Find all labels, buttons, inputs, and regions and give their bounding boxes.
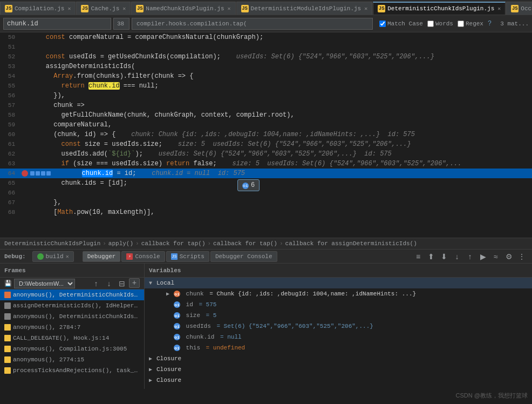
- breadcrumb-part-2: callback for tap(): [141, 240, 206, 247]
- tab-debugger-console[interactable]: Debugger Console: [210, 251, 277, 262]
- tab-close-namedchunk[interactable]: ✕: [228, 5, 231, 12]
- tab-label-occurrence: OccurrenceChu...: [521, 5, 532, 12]
- step-down-btn[interactable]: ⬇: [438, 251, 450, 262]
- code-content-61: const size = usedIds.size; size: 5 usedI…: [30, 140, 530, 148]
- breadcrumb-file: DeterministicChunkIdsPlugin: [4, 240, 100, 247]
- list-view-btn[interactable]: ≡: [412, 251, 424, 262]
- regex-option[interactable]: Regex: [458, 21, 483, 27]
- resume-btn[interactable]: ▶: [477, 251, 489, 262]
- debug-session-close[interactable]: ✕: [66, 253, 69, 260]
- frame-text-5: anonymous(), Compilation.js:3005: [13, 346, 127, 352]
- var-section-3[interactable]: oi size = 5: [145, 310, 532, 321]
- drive-select[interactable]: D:\WebstormW...: [14, 279, 75, 288]
- var-key-6: this: [182, 345, 204, 351]
- tab-close-deterministic[interactable]: ✕: [364, 5, 367, 12]
- var-section-9[interactable]: ▶ Closure: [145, 375, 532, 386]
- tab-close-cache[interactable]: ✕: [122, 5, 126, 12]
- tab-icon-namedchunk: JS: [136, 5, 144, 12]
- tab-scripts[interactable]: JS Scripts: [166, 251, 209, 262]
- var-section-8[interactable]: ▶ Closure: [145, 364, 532, 375]
- step-into-btn[interactable]: ↓: [451, 251, 463, 262]
- var-icon-5: oi: [174, 334, 180, 340]
- more-btn[interactable]: ⋮: [516, 251, 528, 262]
- search-input-wrapper[interactable]: [3, 18, 111, 30]
- tab-compilation[interactable]: JSCompilation.js✕: [0, 2, 76, 15]
- console-icon: ⚡: [126, 253, 133, 260]
- line-num-53: 53: [2, 63, 19, 70]
- var-section-4[interactable]: oi usedIds = Set(6) {"524","966","603","…: [145, 321, 532, 332]
- code-line-65: 65 chunk.ids = [id];: [0, 178, 532, 188]
- inline-comment: chunk.id = null id: 575: [152, 170, 245, 177]
- tab-icon-compilation: JS: [5, 5, 12, 12]
- debug-session-tab[interactable]: build ✕: [32, 251, 74, 262]
- settings-btn[interactable]: ⚙: [503, 251, 515, 262]
- step-up-btn[interactable]: ⬆: [425, 251, 437, 262]
- evaluate-btn[interactable]: ≈: [490, 251, 502, 262]
- frame-item-6[interactable]: anonymous(), 2774:15: [0, 354, 144, 365]
- var-section-1[interactable]: ▶ oi chunk = Chunk {id: ,ids: ,debugId: …: [145, 288, 532, 299]
- tab-close-compilation[interactable]: ✕: [67, 5, 71, 12]
- frames-down-btn[interactable]: ↓: [103, 278, 115, 289]
- tab-cache[interactable]: JSCache.js✕: [76, 2, 131, 15]
- frames-panel: Frames 💾 D:\WebstormW... ↑ ↓ ⊟ + anonymo…: [0, 264, 145, 389]
- frame-item-2[interactable]: anonymous(), DeterministicChunkIds...: [0, 311, 144, 322]
- code-line-58: 58 getFullChunkName(chunk, chunkGraph, c…: [0, 110, 532, 120]
- var-val-2: = 575: [199, 301, 216, 308]
- line-num-60: 60: [2, 131, 19, 138]
- search-input[interactable]: [7, 20, 107, 28]
- match-case-checkbox[interactable]: [379, 21, 386, 27]
- floating-tooltip: oi6: [237, 179, 260, 191]
- line-num-67: 67: [2, 199, 19, 206]
- debug-panel-tabs: Debugger ⚡ Console JS Scripts Debugger C…: [83, 251, 277, 262]
- var-section-0[interactable]: ▼ Local: [145, 278, 532, 288]
- var-val-1: = Chunk {id: ,ids: ,debugId: 1004,name: …: [209, 291, 416, 297]
- var-section-2[interactable]: oi id = 575: [145, 299, 532, 310]
- step-out-btn[interactable]: ↑: [464, 251, 476, 262]
- editor-area: 50 const compareNatural = compareChunksN…: [0, 32, 532, 238]
- tab-label-compilation: Compilation.js: [15, 5, 64, 12]
- code-line-52: 52 const usedIds = getUsedChunkIds(compi…: [0, 52, 532, 62]
- frames-toolbar: ↑ ↓ ⊟ +: [90, 278, 140, 289]
- breadcrumb-sep-1: ›: [103, 240, 106, 247]
- match-case-option[interactable]: Match Case: [379, 21, 423, 27]
- frame-item-1[interactable]: assignDeterministicIds(), IdHelpers.js..…: [0, 300, 144, 311]
- tab-occurrence[interactable]: JSOccurrenceChu...✕: [506, 2, 532, 15]
- line-num-65: 65: [2, 180, 19, 186]
- code-line-66: 66: [0, 188, 532, 198]
- frames-up-btn[interactable]: ↑: [90, 278, 102, 289]
- tooltip-value: 6: [251, 181, 255, 189]
- words-option[interactable]: Words: [427, 21, 453, 27]
- line-num-64: 64: [2, 170, 19, 177]
- code-line-67: 67 },: [0, 198, 532, 207]
- words-checkbox[interactable]: [427, 21, 434, 27]
- regex-checkbox[interactable]: [458, 21, 464, 27]
- var-icon-3: oi: [174, 312, 180, 319]
- tab-label-deterministic-chunk: DeterministicChunkIdsPlugin.js: [387, 5, 494, 12]
- tab-deterministic[interactable]: JSDeterministicModuleIdsPlugin.js✕: [236, 2, 373, 15]
- variables-title: Variables: [149, 267, 181, 274]
- match-count-box: 38: [113, 18, 129, 30]
- frame-item-4[interactable]: CALL_DELEGATE(), Hook.js:14: [0, 333, 144, 344]
- tab-close-deterministic-chunk[interactable]: ✕: [497, 5, 501, 12]
- line-num-56: 56: [2, 92, 19, 99]
- frame-item-5[interactable]: anonymous(), Compilation.js:3005: [0, 344, 144, 354]
- frames-filter-btn[interactable]: ⊟: [116, 278, 128, 289]
- regex-help[interactable]: ?: [488, 20, 492, 28]
- search-context-text: compiler.hooks.compilation.tap(: [137, 21, 247, 27]
- code-line-57: 57 chunk =>: [0, 100, 532, 110]
- code-content-54: Array.from(chunks).filter(chunk => {: [30, 72, 530, 80]
- tab-namedchunk[interactable]: JSNamedChunkIdsPlugin.js✕: [131, 2, 235, 15]
- frames-add-btn[interactable]: +: [129, 278, 140, 288]
- code-line-51: 51: [0, 42, 532, 52]
- tab-console[interactable]: ⚡ Console: [121, 251, 165, 262]
- var-section-6[interactable]: oi this = undefined: [145, 342, 532, 353]
- var-section-7[interactable]: ▶ Closure: [145, 353, 532, 364]
- frame-item-3[interactable]: anonymous(), 2784:7: [0, 322, 144, 333]
- var-section-5[interactable]: oi chunk.id = null: [145, 332, 532, 342]
- tab-deterministic-chunk[interactable]: JSDeterministicChunkIdsPlugin.js✕: [373, 2, 506, 15]
- tab-debugger[interactable]: Debugger: [83, 251, 121, 262]
- tab-icon-cache: JS: [81, 5, 88, 12]
- frame-item-0[interactable]: anonymous(), DeterministicChunkIds...: [0, 289, 144, 300]
- frame-item-7[interactable]: processTicksAndRejections(), task_qu...: [0, 365, 144, 376]
- breadcrumb-part-3: callback for tap(): [213, 240, 277, 247]
